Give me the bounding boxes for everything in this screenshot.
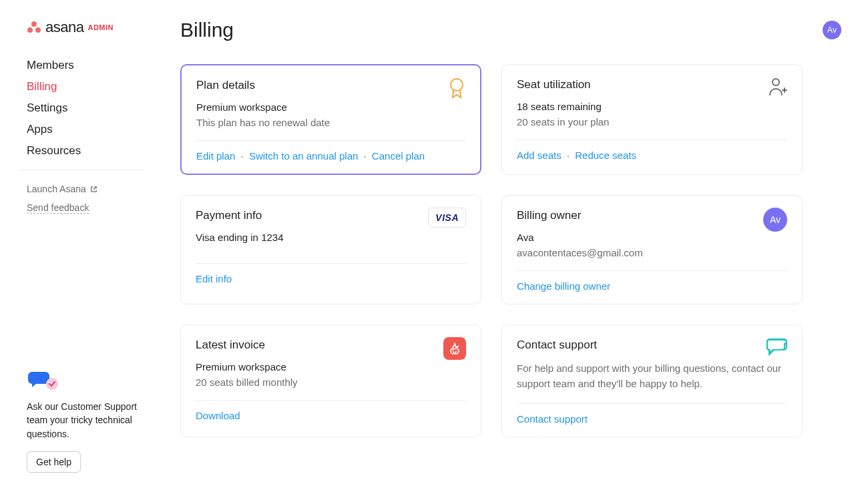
seat-utilization-title: Seat utilization — [517, 78, 787, 91]
latest-invoice-card: Latest invoice Premium workspace 20 seat… — [180, 324, 481, 437]
send-feedback-label: Send feedback — [27, 202, 89, 214]
payment-actions: Edit info — [196, 263, 466, 284]
owner-email: avacontentaces@gmail.com — [517, 247, 787, 258]
primary-nav: Members Billing Settings Apps Resources — [0, 55, 160, 162]
page-title: Billing — [180, 19, 234, 41]
support-box: Ask our Customer Support team your trick… — [0, 369, 160, 473]
contact-support-text: For help and support with your billing q… — [517, 361, 787, 391]
svg-point-3 — [46, 378, 58, 390]
chat-bubble-icon — [766, 337, 787, 358]
secondary-nav: Launch Asana Send feedback — [0, 180, 160, 218]
svg-point-4 — [451, 79, 463, 91]
owner-actions: Change billing owner — [517, 270, 787, 292]
brand-name: asana — [45, 19, 83, 36]
download-invoice-link[interactable]: Download — [196, 410, 240, 421]
owner-avatar: Av — [763, 208, 787, 232]
visa-badge: VISA — [428, 208, 466, 228]
plan-details-title: Plan details — [196, 79, 465, 92]
seat-utilization-card: Seat utilization 18 seats remaining 20 s… — [501, 64, 803, 175]
brand-suffix: ADMIN — [87, 23, 114, 31]
external-link-icon — [90, 186, 97, 193]
pdf-icon — [443, 337, 466, 360]
invoice-workspace: Premium workspace — [196, 361, 466, 373]
add-user-icon — [767, 77, 787, 99]
seats-remaining: 18 seats remaining — [517, 101, 787, 112]
edit-payment-link[interactable]: Edit info — [196, 273, 232, 284]
seat-actions: Add seats · Reduce seats — [517, 140, 787, 161]
plan-actions: Edit plan · Switch to an annual plan · C… — [196, 140, 465, 162]
reduce-seats-link[interactable]: Reduce seats — [575, 150, 636, 161]
action-separator: · — [241, 150, 244, 162]
svg-point-1 — [27, 27, 33, 33]
brand-logo[interactable]: asana ADMIN — [0, 19, 160, 36]
owner-name: Ava — [517, 232, 787, 243]
action-separator: · — [364, 150, 367, 162]
user-avatar[interactable]: Av — [823, 21, 841, 39]
billing-owner-card: Av Billing owner Ava avacontentaces@gmai… — [501, 195, 803, 304]
send-feedback-link[interactable]: Send feedback — [27, 198, 89, 218]
contact-actions: Contact support — [517, 403, 787, 425]
latest-invoice-title: Latest invoice — [196, 338, 466, 352]
support-chat-icon — [27, 369, 60, 391]
change-owner-link[interactable]: Change billing owner — [517, 280, 610, 292]
seats-in-plan: 20 seats in your plan — [517, 116, 787, 128]
nav-apps[interactable]: Apps — [27, 119, 160, 140]
main-content: Billing Av Plan details Premium workspac… — [160, 0, 868, 486]
support-text: Ask our Customer Support team your trick… — [27, 400, 140, 441]
billing-cards-grid: Plan details Premium workspace This plan… — [180, 64, 803, 437]
billing-owner-title: Billing owner — [517, 209, 787, 222]
plan-renewal: This plan has no renewal date — [196, 117, 465, 128]
nav-settings[interactable]: Settings — [27, 97, 160, 119]
asana-logo-icon — [27, 21, 41, 34]
contact-support-link[interactable]: Contact support — [517, 413, 588, 425]
plan-workspace: Premium workspace — [196, 101, 465, 113]
payment-info-title: Payment info — [196, 209, 466, 222]
plan-details-card: Plan details Premium workspace This plan… — [180, 64, 481, 175]
nav-divider — [19, 170, 144, 170]
svg-point-5 — [773, 79, 779, 85]
card-ending: Visa ending in 1234 — [196, 232, 466, 243]
ribbon-icon — [448, 77, 465, 101]
cancel-plan-link[interactable]: Cancel plan — [372, 150, 425, 162]
launch-asana-label: Launch Asana — [27, 184, 86, 194]
nav-billing[interactable]: Billing — [27, 76, 160, 97]
svg-point-0 — [31, 21, 37, 27]
action-separator: · — [567, 150, 570, 161]
invoice-actions: Download — [196, 400, 466, 421]
switch-annual-link[interactable]: Switch to an annual plan — [249, 150, 358, 162]
sidebar: asana ADMIN Members Billing Settings App… — [0, 0, 160, 486]
launch-asana-link[interactable]: Launch Asana — [27, 180, 97, 198]
contact-support-title: Contact support — [517, 338, 787, 352]
svg-point-2 — [35, 27, 41, 33]
get-help-button[interactable]: Get help — [27, 451, 81, 473]
payment-info-card: VISA Payment info Visa ending in 1234 Ed… — [180, 195, 481, 304]
page-header: Billing Av — [180, 19, 841, 41]
add-seats-link[interactable]: Add seats — [517, 150, 562, 161]
nav-members[interactable]: Members — [27, 55, 160, 76]
edit-plan-link[interactable]: Edit plan — [196, 150, 235, 162]
nav-resources[interactable]: Resources — [27, 140, 160, 162]
contact-support-card: Contact support For help and support wit… — [501, 324, 803, 437]
invoice-seats: 20 seats billed monthly — [196, 377, 466, 388]
